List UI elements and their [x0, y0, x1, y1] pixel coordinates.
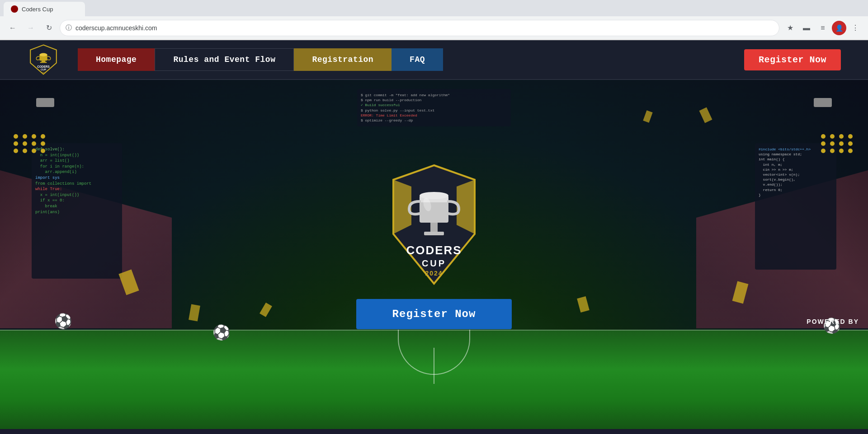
- svg-rect-3: [42, 61, 46, 62]
- nav-faq[interactable]: FAQ: [392, 48, 443, 71]
- browser-toolbar: ← → ↻ ⓘ coderscup.acmnuceskhi.com ★ ▬ ≡ …: [0, 16, 868, 40]
- forward-button[interactable]: →: [24, 21, 38, 35]
- browser-chrome: Coders Cup ← → ↻ ⓘ coderscup.acmnuceskhi…: [0, 0, 868, 40]
- svg-text:2024: 2024: [425, 270, 443, 277]
- nav-links: Homepage Rules and Event Flow Registrati…: [78, 48, 744, 71]
- profile-button[interactable]: 👤: [832, 21, 846, 35]
- tab-title: Coders Cup: [22, 6, 53, 13]
- gold-dots-left: [14, 134, 47, 153]
- svg-rect-15: [424, 232, 444, 235]
- hero-trophy-svg: CODERS CUP 2024: [384, 162, 484, 288]
- tab-favicon: [11, 5, 18, 13]
- address-bar[interactable]: ⓘ coderscup.acmnuceskhi.com: [60, 20, 779, 36]
- soccer-ball-left: ⚽: [54, 313, 72, 330]
- powered-by-text: POWERED BY: [807, 318, 859, 325]
- svg-text:2024: 2024: [41, 71, 46, 74]
- code-screen-left: def solve(): n = int(input()) arr = list…: [32, 143, 122, 279]
- nav-registration[interactable]: Registration: [294, 48, 392, 71]
- field-center-circle: [398, 330, 470, 375]
- hero-register-button[interactable]: Register Now: [356, 299, 512, 329]
- reload-button[interactable]: ↻: [42, 21, 56, 35]
- active-tab[interactable]: Coders Cup: [4, 2, 85, 16]
- svg-text:CODERS: CODERS: [406, 243, 462, 257]
- url-text: coderscup.acmnuceskhi.com: [75, 24, 774, 32]
- svg-text:CUP: CUP: [41, 68, 46, 71]
- svg-text:CODERS: CODERS: [37, 65, 50, 68]
- code-screen-top: $ git commit -m "feat: add new algorithm…: [357, 89, 511, 126]
- tab-search-button[interactable]: ≡: [816, 21, 830, 35]
- svg-point-2: [39, 53, 47, 56]
- svg-text:CUP: CUP: [422, 258, 446, 268]
- site-logo: CODERS CUP 2024: [27, 43, 60, 76]
- stadium-field: [0, 330, 868, 429]
- website: CODERS CUP 2024 Homepage Rules and Event…: [0, 40, 868, 429]
- toolbar-actions: ★ ▬ ≡ 👤 ⋮: [783, 21, 863, 35]
- hero-logo: CODERS CUP 2024: [384, 162, 484, 290]
- nav-rules[interactable]: Rules and Event Flow: [155, 48, 294, 71]
- extensions-button[interactable]: ▬: [799, 21, 814, 35]
- hero-section: $ git commit -m "feat: add new algorithm…: [0, 80, 868, 429]
- logo-container: CODERS CUP 2024: [27, 43, 60, 76]
- soccer-ball-center-left: ⚽: [212, 324, 231, 341]
- svg-point-13: [420, 192, 448, 199]
- nav-register-button[interactable]: Register Now: [744, 49, 841, 70]
- browser-tabs: Coders Cup: [0, 0, 868, 16]
- gold-dots-right: [821, 134, 854, 153]
- navbar: CODERS CUP 2024 Homepage Rules and Event…: [0, 40, 868, 80]
- svg-rect-14: [430, 223, 438, 232]
- stadium-light-right: [814, 98, 832, 107]
- address-icon: ⓘ: [66, 24, 72, 32]
- stadium-light-left: [36, 98, 54, 107]
- nav-homepage[interactable]: Homepage: [78, 48, 155, 71]
- bookmark-button[interactable]: ★: [783, 21, 797, 35]
- code-screen-right: #include <bits/stdc++.h> using namespace…: [755, 143, 836, 270]
- menu-button[interactable]: ⋮: [848, 21, 863, 35]
- back-button[interactable]: ←: [5, 21, 20, 35]
- svg-rect-4: [40, 62, 47, 63]
